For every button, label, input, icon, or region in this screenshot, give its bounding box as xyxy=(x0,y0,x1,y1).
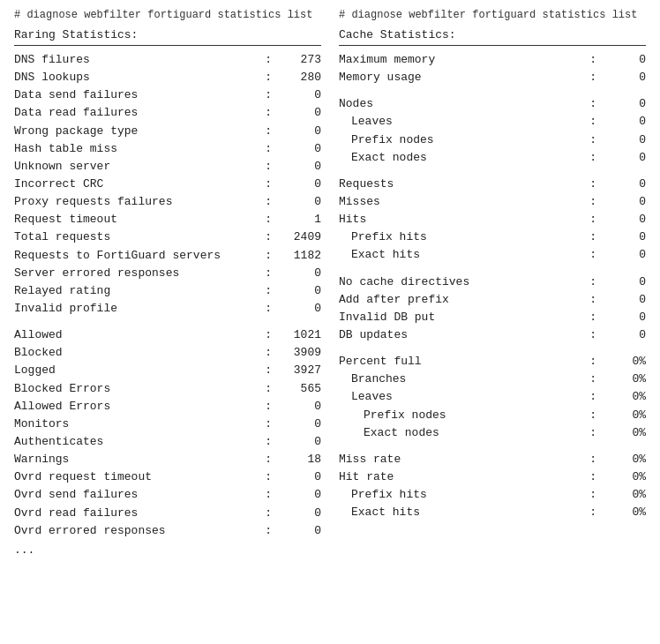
stat-label: Requests to FortiGuard servers xyxy=(14,247,259,265)
spacer xyxy=(339,442,646,451)
stat-label: Blocked Errors xyxy=(14,380,259,398)
stat-label: Ovrd send failures xyxy=(14,486,259,504)
stat-colon: : xyxy=(265,522,272,540)
stat-label: Exact nodes xyxy=(339,424,584,442)
stat-row: Data send failures:0 xyxy=(14,86,321,104)
stat-label: Ovrd errored responses xyxy=(14,522,259,540)
stat-label: Hits xyxy=(339,211,584,228)
stat-value: 3927 xyxy=(277,362,321,379)
stat-value: 0% xyxy=(602,388,646,406)
stat-value: 280 xyxy=(277,69,321,86)
stat-label: Proxy requests failures xyxy=(14,193,259,211)
stat-value: 0 xyxy=(602,113,646,131)
stat-label: Invalid DB put xyxy=(339,309,584,326)
stat-row: Total requests:2409 xyxy=(14,228,321,246)
stat-row: Allowed Errors:0 xyxy=(14,398,321,416)
stat-label: Wrong package type xyxy=(14,123,259,140)
stat-value: 0% xyxy=(602,407,646,424)
stat-colon: : xyxy=(265,176,272,193)
stat-row: Ovrd send failures:0 xyxy=(14,486,321,504)
right-command: # diagnose webfilter fortiguard statisti… xyxy=(339,9,646,21)
stat-row: Hits:0 xyxy=(339,211,646,228)
spacer xyxy=(339,167,646,176)
stat-row: Misses:0 xyxy=(339,193,646,211)
stat-value: 0 xyxy=(602,326,646,344)
stat-label: Allowed xyxy=(14,326,259,344)
stat-label: Incorrect CRC xyxy=(14,176,259,193)
stat-row: Maximum memory:0 xyxy=(339,51,646,69)
stat-label: Request timeout xyxy=(14,211,259,228)
stat-row: Hit rate:0% xyxy=(339,468,646,486)
stat-colon: : xyxy=(265,104,272,122)
stat-label: Exact nodes xyxy=(339,149,584,167)
stat-label: Data send failures xyxy=(14,86,259,104)
stat-label: Misses xyxy=(339,193,584,211)
stat-value: 0 xyxy=(602,95,646,113)
stat-colon: : xyxy=(265,51,272,69)
stat-colon: : xyxy=(265,123,272,140)
stat-value: 0 xyxy=(277,486,321,504)
stat-colon: : xyxy=(265,265,272,282)
stat-row: DNS filures:273 xyxy=(14,51,321,69)
stat-row: DB updates:0 xyxy=(339,326,646,344)
stat-row: Exact nodes:0 xyxy=(339,149,646,167)
stat-row: Logged:3927 xyxy=(14,362,321,379)
stat-row: Blocked Errors:565 xyxy=(14,380,321,398)
stat-row: Wrong package type:0 xyxy=(14,123,321,140)
left-divider xyxy=(14,45,321,46)
stat-label: Authenticates xyxy=(14,433,259,451)
stat-value: 2409 xyxy=(277,228,321,246)
stat-colon: : xyxy=(589,486,596,504)
stat-value: 0 xyxy=(602,246,646,264)
stat-value: 0 xyxy=(602,176,646,193)
stat-colon: : xyxy=(265,380,272,398)
stat-colon: : xyxy=(265,228,272,246)
stat-colon: : xyxy=(589,69,596,86)
stat-label: Prefix nodes xyxy=(339,407,584,424)
stat-colon: : xyxy=(265,416,272,433)
stat-row: Prefix nodes:0% xyxy=(339,407,646,424)
stat-row: Authenticates:0 xyxy=(14,433,321,451)
stat-value: 0% xyxy=(602,371,646,388)
stat-colon: : xyxy=(589,371,596,388)
stat-colon: : xyxy=(265,140,272,158)
stat-label: Relayed rating xyxy=(14,282,259,300)
left-stats-container: DNS filures:273DNS lookups:280Data send … xyxy=(14,51,321,557)
stat-value: 0% xyxy=(602,504,646,521)
stat-row: Invalid profile:0 xyxy=(14,300,321,318)
stat-label: Ovrd request timeout xyxy=(14,468,259,486)
stat-value: 0 xyxy=(602,131,646,149)
stat-value: 0 xyxy=(602,273,646,291)
stat-label: Branches xyxy=(339,371,584,388)
stat-colon: : xyxy=(265,362,272,379)
stat-label: Warnings xyxy=(14,451,259,468)
stat-row: No cache directives:0 xyxy=(339,273,646,291)
stat-label: Ovrd read failures xyxy=(14,505,259,522)
spacer xyxy=(339,86,646,95)
stat-value: 0 xyxy=(277,193,321,211)
stat-colon: : xyxy=(589,309,596,326)
stat-row: Proxy requests failures:0 xyxy=(14,193,321,211)
stat-row: Miss rate:0% xyxy=(339,451,646,468)
stat-row: Prefix hits:0% xyxy=(339,486,646,504)
stat-value: 0% xyxy=(602,353,646,371)
stat-label: Add after prefix xyxy=(339,291,584,309)
stat-colon: : xyxy=(589,149,596,167)
stat-value: 18 xyxy=(277,451,321,468)
stat-value: 0 xyxy=(602,51,646,69)
stat-colon: : xyxy=(589,424,596,442)
stat-value: 0 xyxy=(277,86,321,104)
stat-value: 0 xyxy=(277,140,321,158)
spacer xyxy=(339,265,646,273)
stat-value: 0% xyxy=(602,486,646,504)
stat-label: Total requests xyxy=(14,228,259,246)
stat-value: 0 xyxy=(277,123,321,140)
stat-label: Data read failures xyxy=(14,104,259,122)
stat-label: Exact hits xyxy=(339,504,584,521)
stat-colon: : xyxy=(265,398,272,416)
stat-colon: : xyxy=(589,504,596,521)
stat-value: 0 xyxy=(602,69,646,86)
stat-value: 0 xyxy=(277,282,321,300)
stat-label: Leaves xyxy=(339,113,584,131)
stat-row: Memory usage:0 xyxy=(339,69,646,86)
